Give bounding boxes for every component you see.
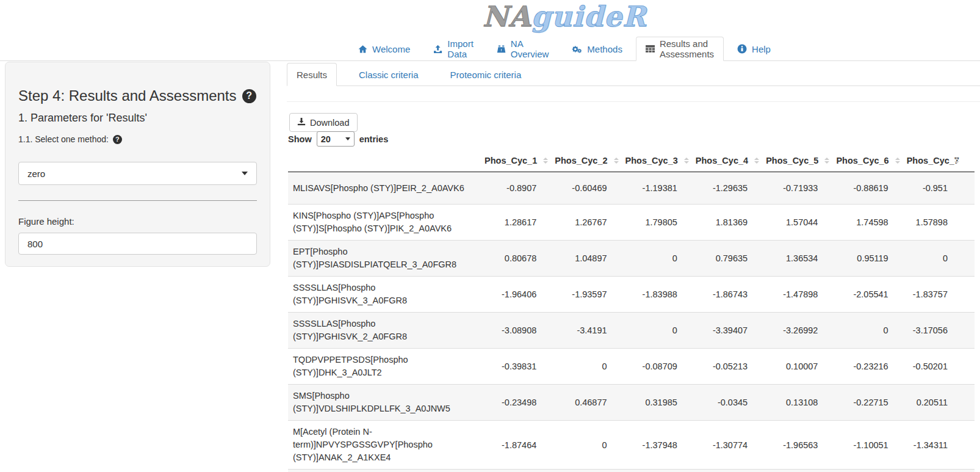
value-cell: -0.8907 xyxy=(482,172,552,205)
column-header-phos-cyc-3[interactable]: Phos_Cyc_3 xyxy=(623,150,693,172)
value-cell: -1.10051 xyxy=(834,421,904,470)
value-cell: -3.08908 xyxy=(482,313,552,349)
column-header-phos-cyc-7[interactable]: Phos_Cyc_7 xyxy=(904,150,975,172)
value-cell: 1.28617 xyxy=(482,205,552,241)
figure-height-label: Figure height: xyxy=(18,216,257,227)
table-length-control: Show 20 entries xyxy=(288,131,388,147)
subtab-proteomic-criteria[interactable]: Proteomic criteria xyxy=(441,63,531,86)
value-cell: -3.17056 xyxy=(904,313,975,349)
download-button-label: Download xyxy=(310,118,350,128)
value-cell: -0.71933 xyxy=(763,172,834,205)
value-cell: 1.57898 xyxy=(904,205,975,241)
partial-next-row xyxy=(288,470,975,472)
main-nav: WelcomeImport DataNA OverviewMethodsResu… xyxy=(347,37,782,61)
row-name-cell: SMS[Phospho (STY)]VDLSHIPLKDPLLFK_3_A0JN… xyxy=(288,385,482,421)
sidebar-divider xyxy=(18,200,257,201)
value-cell: 0.20511 xyxy=(904,385,975,421)
value-cell: -0.39831 xyxy=(482,349,552,385)
nav-item-na-overview[interactable]: NA Overview xyxy=(487,37,559,61)
subtab-results[interactable]: Results xyxy=(287,63,337,86)
value-cell: 0.31985 xyxy=(623,385,693,421)
value-cell: 0 xyxy=(834,313,904,349)
nav-item-results-and-assessments[interactable]: Results and Assessments xyxy=(636,37,724,61)
entries-select-value: 20 xyxy=(321,134,331,144)
naguider-app: { "logo": { "part1": "NA", "part2": "gui… xyxy=(0,0,980,472)
value-cell: 0.13108 xyxy=(763,385,834,421)
column-header-phos-cyc-6[interactable]: Phos_Cyc_6 xyxy=(834,150,904,172)
value-cell: 1.26767 xyxy=(552,205,622,241)
table-header-row: Phos_Cyc_1Phos_Cyc_2Phos_Cyc_3Phos_Cyc_4… xyxy=(288,150,975,172)
value-cell: 1.57044 xyxy=(763,205,834,241)
value-cell: -1.34311 xyxy=(904,421,975,470)
table-row: SSSSLLAS[Phospho (STY)]PGHISVK_3_A0FGR8-… xyxy=(288,277,975,313)
value-cell: 0 xyxy=(623,241,693,277)
app-logo: NAguideR xyxy=(483,0,647,33)
value-cell: -0.0345 xyxy=(693,385,763,421)
nav-item-help[interactable]: Help xyxy=(727,37,780,61)
method-select[interactable]: zero xyxy=(18,162,257,185)
table-row: KINS[Phospho (STY)]APS[Phospho (STY)]S[P… xyxy=(288,205,975,241)
value-cell: -0.50201 xyxy=(904,349,975,385)
row-name-cell: MLISAVS[Phospho (STY)]PEIR_2_A0AVK6 xyxy=(288,172,482,205)
results-table-body: MLISAVS[Phospho (STY)]PEIR_2_A0AVK6-0.89… xyxy=(288,172,975,470)
column-header-phos-cyc-5[interactable]: Phos_Cyc_5 xyxy=(763,150,834,172)
column-header-label: Phos_Cyc_3 xyxy=(625,156,678,165)
value-cell: -1.47898 xyxy=(763,277,834,313)
help-circle-icon[interactable]: ? xyxy=(113,135,122,144)
table-row: SSSSLLAS[Phospho (STY)]PGHISVK_2_A0FGR8-… xyxy=(288,313,975,349)
chevron-down-icon xyxy=(345,137,350,140)
results-table: Phos_Cyc_1Phos_Cyc_2Phos_Cyc_3Phos_Cyc_4… xyxy=(288,150,975,470)
value-cell: -2.05541 xyxy=(834,277,904,313)
download-icon xyxy=(297,117,306,128)
value-cell: 1.81369 xyxy=(693,205,763,241)
value-cell: 0 xyxy=(904,241,975,277)
help-circle-icon[interactable]: ? xyxy=(242,89,256,103)
nav-item-label: Results and Assessments xyxy=(660,38,714,59)
method-label: 1.1. Select one method: xyxy=(18,134,109,144)
entries-select[interactable]: 20 xyxy=(317,131,355,147)
value-cell: -0.23216 xyxy=(834,349,904,385)
column-header-label: Phos_Cyc_4 xyxy=(696,156,748,165)
column-header-label: Phos_Cyc_1 xyxy=(485,156,537,165)
subtab-item: Proteomic criteria xyxy=(441,63,531,86)
nav-item-welcome[interactable]: Welcome xyxy=(348,37,420,61)
value-cell: 1.04897 xyxy=(552,241,622,277)
value-cell: -1.29635 xyxy=(693,172,763,205)
info-icon xyxy=(737,44,747,54)
chevron-down-icon xyxy=(242,172,248,175)
value-cell: 0.79635 xyxy=(693,241,763,277)
row-name-cell: EPT[Phospho (STY)]PSIASDISLPIATQELR_3_A0… xyxy=(288,241,482,277)
column-header-label: Phos_Cyc_6 xyxy=(836,156,888,165)
value-cell: -0.05213 xyxy=(693,349,763,385)
nav-item: NA Overview xyxy=(487,37,559,61)
method-label-row: 1.1. Select one method: ? xyxy=(18,134,257,144)
value-cell: -1.19381 xyxy=(623,172,693,205)
table-row: SMS[Phospho (STY)]VDLSHIPLKDPLLFK_3_A0JN… xyxy=(288,385,975,421)
table-row: EPT[Phospho (STY)]PSIASDISLPIATQELR_3_A0… xyxy=(288,241,975,277)
nav-item: Help xyxy=(727,37,780,61)
value-cell: -1.87464 xyxy=(482,421,552,470)
value-cell: -0.951 xyxy=(904,172,975,205)
table-row: MLISAVS[Phospho (STY)]PEIR_2_A0AVK6-0.89… xyxy=(288,172,975,205)
nav-item-label: Import Data xyxy=(447,38,474,59)
download-button[interactable]: Download xyxy=(289,113,358,132)
value-cell: 0.95119 xyxy=(834,241,904,277)
value-cell: 0.46877 xyxy=(552,385,622,421)
value-cell: -0.60469 xyxy=(552,172,622,205)
method-select-value: zero xyxy=(27,169,45,179)
column-header-phos-cyc-2[interactable]: Phos_Cyc_2 xyxy=(552,150,622,172)
table-row: M[Acetyl (Protein N-term)]NPVYSPGSSGVPY[… xyxy=(288,421,975,470)
value-cell: -1.83757 xyxy=(904,277,975,313)
column-header-phos-cyc-4[interactable]: Phos_Cyc_4 xyxy=(693,150,763,172)
entries-label: entries xyxy=(359,134,389,144)
value-cell: 0.10007 xyxy=(763,349,834,385)
app-logo-part2: guideR xyxy=(531,0,647,33)
column-header-phos-cyc-1[interactable]: Phos_Cyc_1 xyxy=(482,150,552,172)
subtab-classic-criteria[interactable]: Classic criteria xyxy=(349,63,428,86)
nav-item-import-data[interactable]: Import Data xyxy=(423,37,483,61)
nav-item-label: Welcome xyxy=(372,44,410,54)
figure-height-input[interactable] xyxy=(18,233,257,255)
value-cell: 1.74598 xyxy=(834,205,904,241)
column-header-label: Phos_Cyc_2 xyxy=(555,156,607,165)
nav-item-methods[interactable]: Methods xyxy=(562,37,632,61)
